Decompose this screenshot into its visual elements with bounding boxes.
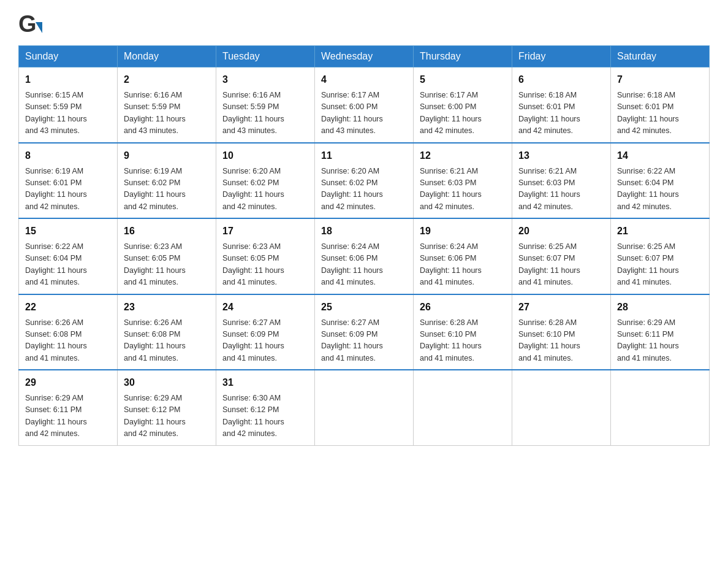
calendar-cell: 31Sunrise: 6:30 AMSunset: 6:12 PMDayligh… bbox=[216, 370, 315, 445]
weekday-header-sunday: Sunday bbox=[19, 46, 118, 67]
calendar-cell: 22Sunrise: 6:26 AMSunset: 6:08 PMDayligh… bbox=[19, 294, 118, 370]
logo-icon: G bbox=[18, 12, 42, 36]
day-info: Sunrise: 6:16 AMSunset: 5:59 PMDaylight:… bbox=[222, 90, 308, 137]
weekday-header-thursday: Thursday bbox=[414, 46, 512, 67]
weekday-header-wednesday: Wednesday bbox=[315, 46, 414, 67]
calendar-cell: 2Sunrise: 6:16 AMSunset: 5:59 PMDaylight… bbox=[118, 67, 216, 143]
weekday-header-tuesday: Tuesday bbox=[216, 46, 315, 67]
day-info: Sunrise: 6:22 AMSunset: 6:04 PMDaylight:… bbox=[617, 166, 703, 213]
day-number: 1 bbox=[25, 72, 111, 87]
day-info: Sunrise: 6:23 AMSunset: 6:05 PMDaylight:… bbox=[222, 241, 308, 289]
day-info: Sunrise: 6:19 AMSunset: 6:01 PMDaylight:… bbox=[25, 166, 111, 213]
day-number: 15 bbox=[25, 224, 111, 239]
week-row-3: 15Sunrise: 6:22 AMSunset: 6:04 PMDayligh… bbox=[19, 218, 710, 294]
day-number: 18 bbox=[321, 224, 407, 239]
calendar-table: SundayMondayTuesdayWednesdayThursdayFrid… bbox=[18, 45, 710, 446]
calendar-cell: 5Sunrise: 6:17 AMSunset: 6:00 PMDaylight… bbox=[414, 67, 512, 143]
calendar-cell: 14Sunrise: 6:22 AMSunset: 6:04 PMDayligh… bbox=[611, 143, 710, 219]
day-info: Sunrise: 6:27 AMSunset: 6:09 PMDaylight:… bbox=[222, 317, 308, 365]
weekday-header-friday: Friday bbox=[512, 46, 611, 67]
day-number: 14 bbox=[617, 148, 703, 163]
day-info: Sunrise: 6:16 AMSunset: 5:59 PMDaylight:… bbox=[124, 90, 210, 137]
calendar-cell: 17Sunrise: 6:23 AMSunset: 6:05 PMDayligh… bbox=[216, 218, 315, 294]
day-number: 25 bbox=[321, 300, 407, 315]
page-header: G bbox=[18, 12, 710, 36]
day-number: 7 bbox=[617, 72, 703, 87]
calendar-cell bbox=[315, 370, 414, 445]
day-info: Sunrise: 6:19 AMSunset: 6:02 PMDaylight:… bbox=[124, 166, 210, 213]
day-info: Sunrise: 6:29 AMSunset: 6:12 PMDaylight:… bbox=[124, 393, 210, 440]
calendar-cell: 24Sunrise: 6:27 AMSunset: 6:09 PMDayligh… bbox=[216, 294, 315, 370]
day-number: 28 bbox=[617, 300, 703, 315]
day-number: 6 bbox=[518, 72, 604, 87]
calendar-cell bbox=[611, 370, 710, 445]
calendar-cell: 10Sunrise: 6:20 AMSunset: 6:02 PMDayligh… bbox=[216, 143, 315, 219]
day-info: Sunrise: 6:27 AMSunset: 6:09 PMDaylight:… bbox=[321, 317, 407, 365]
day-info: Sunrise: 6:20 AMSunset: 6:02 PMDaylight:… bbox=[321, 166, 407, 213]
calendar-cell: 20Sunrise: 6:25 AMSunset: 6:07 PMDayligh… bbox=[512, 218, 611, 294]
calendar-cell: 28Sunrise: 6:29 AMSunset: 6:11 PMDayligh… bbox=[611, 294, 710, 370]
day-info: Sunrise: 6:18 AMSunset: 6:01 PMDaylight:… bbox=[518, 90, 604, 137]
calendar-cell: 16Sunrise: 6:23 AMSunset: 6:05 PMDayligh… bbox=[118, 218, 216, 294]
day-info: Sunrise: 6:22 AMSunset: 6:04 PMDaylight:… bbox=[25, 241, 111, 289]
day-info: Sunrise: 6:24 AMSunset: 6:06 PMDaylight:… bbox=[420, 241, 506, 289]
day-number: 24 bbox=[222, 300, 308, 315]
day-info: Sunrise: 6:17 AMSunset: 6:00 PMDaylight:… bbox=[420, 90, 506, 137]
day-info: Sunrise: 6:29 AMSunset: 6:11 PMDaylight:… bbox=[617, 317, 703, 365]
day-info: Sunrise: 6:25 AMSunset: 6:07 PMDaylight:… bbox=[518, 241, 604, 289]
day-info: Sunrise: 6:26 AMSunset: 6:08 PMDaylight:… bbox=[124, 317, 210, 365]
calendar-cell: 21Sunrise: 6:25 AMSunset: 6:07 PMDayligh… bbox=[611, 218, 710, 294]
day-number: 27 bbox=[518, 300, 604, 315]
calendar-cell: 29Sunrise: 6:29 AMSunset: 6:11 PMDayligh… bbox=[19, 370, 118, 445]
day-number: 19 bbox=[420, 224, 506, 239]
day-number: 30 bbox=[124, 375, 210, 390]
calendar-cell: 12Sunrise: 6:21 AMSunset: 6:03 PMDayligh… bbox=[414, 143, 512, 219]
day-number: 21 bbox=[617, 224, 703, 239]
day-number: 2 bbox=[124, 72, 210, 87]
day-number: 11 bbox=[321, 148, 407, 163]
day-info: Sunrise: 6:23 AMSunset: 6:05 PMDaylight:… bbox=[124, 241, 210, 289]
calendar-cell: 27Sunrise: 6:28 AMSunset: 6:10 PMDayligh… bbox=[512, 294, 611, 370]
day-number: 13 bbox=[518, 148, 604, 163]
day-number: 20 bbox=[518, 224, 604, 239]
calendar-cell: 30Sunrise: 6:29 AMSunset: 6:12 PMDayligh… bbox=[118, 370, 216, 445]
calendar-cell bbox=[512, 370, 611, 445]
calendar-cell: 8Sunrise: 6:19 AMSunset: 6:01 PMDaylight… bbox=[19, 143, 118, 219]
calendar-cell: 18Sunrise: 6:24 AMSunset: 6:06 PMDayligh… bbox=[315, 218, 414, 294]
day-info: Sunrise: 6:26 AMSunset: 6:08 PMDaylight:… bbox=[25, 317, 111, 365]
day-info: Sunrise: 6:30 AMSunset: 6:12 PMDaylight:… bbox=[222, 393, 308, 440]
day-number: 12 bbox=[420, 148, 506, 163]
week-row-2: 8Sunrise: 6:19 AMSunset: 6:01 PMDaylight… bbox=[19, 143, 710, 219]
weekday-header-saturday: Saturday bbox=[611, 46, 710, 67]
calendar-cell: 1Sunrise: 6:15 AMSunset: 5:59 PMDaylight… bbox=[19, 67, 118, 143]
day-info: Sunrise: 6:15 AMSunset: 5:59 PMDaylight:… bbox=[25, 90, 111, 137]
week-row-5: 29Sunrise: 6:29 AMSunset: 6:11 PMDayligh… bbox=[19, 370, 710, 445]
calendar-cell: 6Sunrise: 6:18 AMSunset: 6:01 PMDaylight… bbox=[512, 67, 611, 143]
calendar-cell: 7Sunrise: 6:18 AMSunset: 6:01 PMDaylight… bbox=[611, 67, 710, 143]
day-number: 4 bbox=[321, 72, 407, 87]
day-number: 3 bbox=[222, 72, 308, 87]
day-number: 8 bbox=[25, 148, 111, 163]
day-number: 16 bbox=[124, 224, 210, 239]
calendar-cell: 13Sunrise: 6:21 AMSunset: 6:03 PMDayligh… bbox=[512, 143, 611, 219]
calendar-cell: 3Sunrise: 6:16 AMSunset: 5:59 PMDaylight… bbox=[216, 67, 315, 143]
calendar-cell: 15Sunrise: 6:22 AMSunset: 6:04 PMDayligh… bbox=[19, 218, 118, 294]
day-info: Sunrise: 6:29 AMSunset: 6:11 PMDaylight:… bbox=[25, 393, 111, 440]
logo-arrow-icon bbox=[36, 22, 42, 33]
day-number: 29 bbox=[25, 375, 111, 390]
week-row-1: 1Sunrise: 6:15 AMSunset: 5:59 PMDaylight… bbox=[19, 67, 710, 143]
calendar-cell bbox=[414, 370, 512, 445]
day-number: 17 bbox=[222, 224, 308, 239]
day-info: Sunrise: 6:28 AMSunset: 6:10 PMDaylight:… bbox=[420, 317, 506, 365]
day-number: 31 bbox=[222, 375, 308, 390]
logo-g-letter: G bbox=[18, 12, 37, 36]
weekday-header-row: SundayMondayTuesdayWednesdayThursdayFrid… bbox=[19, 46, 710, 67]
day-info: Sunrise: 6:28 AMSunset: 6:10 PMDaylight:… bbox=[518, 317, 604, 365]
day-number: 23 bbox=[124, 300, 210, 315]
calendar-cell: 26Sunrise: 6:28 AMSunset: 6:10 PMDayligh… bbox=[414, 294, 512, 370]
day-number: 5 bbox=[420, 72, 506, 87]
day-number: 26 bbox=[420, 300, 506, 315]
day-info: Sunrise: 6:20 AMSunset: 6:02 PMDaylight:… bbox=[222, 166, 308, 213]
day-number: 10 bbox=[222, 148, 308, 163]
calendar-cell: 23Sunrise: 6:26 AMSunset: 6:08 PMDayligh… bbox=[118, 294, 216, 370]
